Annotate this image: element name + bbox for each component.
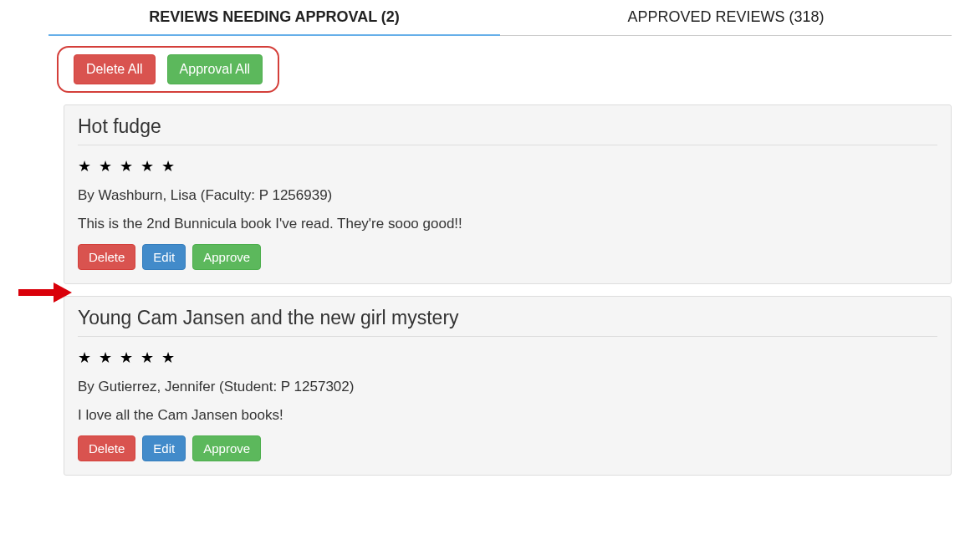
review-title: Young Cam Jansen and the new girl myster…: [78, 307, 937, 337]
tab-approved[interactable]: APPROVED REVIEWS (318): [500, 0, 952, 35]
review-author: By Washburn, Lisa (Faculty: P 1256939): [78, 187, 937, 204]
bulk-actions: Delete All Approval All: [57, 46, 279, 93]
tab-pending[interactable]: REVIEWS NEEDING APPROVAL (2): [49, 0, 500, 36]
approve-all-button[interactable]: Approval All: [167, 54, 263, 84]
delete-all-button[interactable]: Delete All: [74, 54, 156, 84]
review-actions: Delete Edit Approve: [78, 435, 937, 461]
review-body: This is the 2nd Bunnicula book I've read…: [78, 216, 937, 232]
review-body: I love all the Cam Jansen books!: [78, 407, 937, 424]
review-author: By Gutierrez, Jennifer (Student: P 12573…: [78, 379, 937, 395]
approve-button[interactable]: Approve: [192, 244, 261, 270]
delete-button[interactable]: Delete: [78, 435, 135, 461]
star-rating: ★ ★ ★ ★ ★: [78, 349, 937, 367]
delete-button[interactable]: Delete: [78, 244, 135, 270]
edit-button[interactable]: Edit: [142, 435, 186, 461]
review-actions: Delete Edit Approve: [78, 244, 937, 270]
review-card: Young Cam Jansen and the new girl myster…: [64, 296, 952, 476]
page-container: REVIEWS NEEDING APPROVAL (2) APPROVED RE…: [0, 0, 965, 476]
review-card: Hot fudge ★ ★ ★ ★ ★ By Washburn, Lisa (F…: [64, 104, 952, 284]
tabs: REVIEWS NEEDING APPROVAL (2) APPROVED RE…: [49, 0, 952, 36]
star-rating: ★ ★ ★ ★ ★: [78, 157, 937, 176]
edit-button[interactable]: Edit: [142, 244, 186, 270]
review-title: Hot fudge: [78, 115, 937, 145]
approve-button[interactable]: Approve: [192, 435, 261, 461]
